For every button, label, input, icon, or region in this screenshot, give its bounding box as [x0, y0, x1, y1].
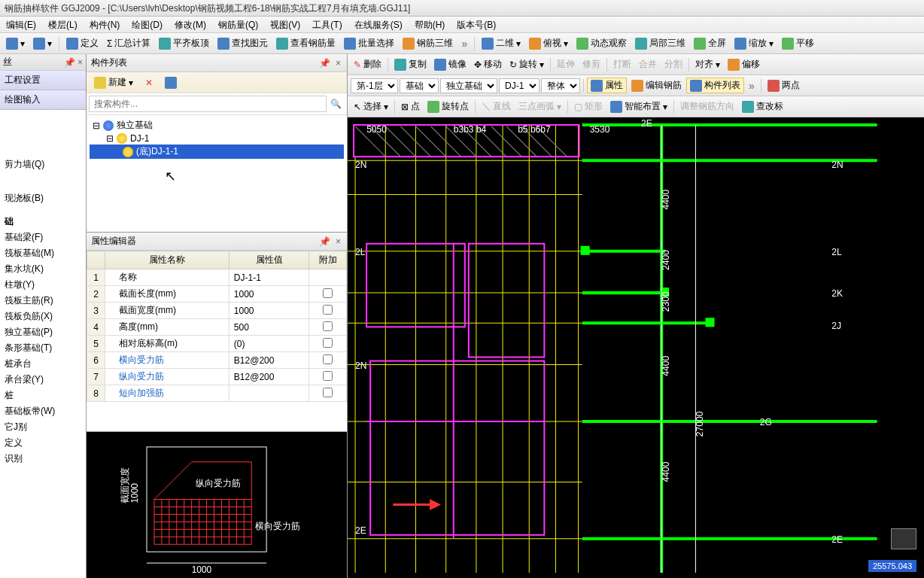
- smart-button[interactable]: 智能布置▾: [607, 99, 670, 114]
- zoom-button[interactable]: 缩放▾: [731, 35, 777, 51]
- local3d-button[interactable]: 局部三维: [632, 35, 688, 51]
- menu-floor[interactable]: 楼层(L): [42, 17, 84, 32]
- left-fbeam[interactable]: 基础梁(F): [0, 230, 86, 245]
- tree-root[interactable]: ⊟ 独立基础: [90, 118, 344, 132]
- rebar3d-button[interactable]: 钢筋三维: [400, 35, 456, 51]
- redo-button[interactable]: ▾: [30, 36, 55, 51]
- whole-select[interactable]: 整体: [541, 78, 580, 93]
- block-project[interactable]: 工程设置: [0, 71, 86, 90]
- left-indfnd[interactable]: 独立基础(P): [0, 324, 86, 340]
- rotate-button[interactable]: ↻ 旋转▾: [506, 56, 547, 72]
- line-button[interactable]: ＼ 直线: [479, 99, 514, 114]
- left-raftneg[interactable]: 筏板负筋(X): [0, 309, 86, 324]
- extend-button[interactable]: 延伸: [554, 56, 578, 72]
- view2d-button[interactable]: 二维▾: [479, 35, 524, 51]
- delete-button[interactable]: ✎删除: [351, 56, 384, 72]
- prop-row[interactable]: 5相对底标高(m)(0): [87, 336, 347, 352]
- twopt-button[interactable]: 两点: [764, 78, 803, 93]
- inst-select[interactable]: DJ-1: [499, 78, 540, 93]
- left-foundation-head[interactable]: 础: [0, 214, 86, 230]
- full-button[interactable]: 全屏: [691, 35, 729, 51]
- left-shearwall[interactable]: 剪力墙(Q): [0, 157, 86, 172]
- prop-row[interactable]: 7纵向受力筋B12@200: [87, 369, 347, 385]
- left-define[interactable]: 定义: [0, 435, 86, 451]
- search-input[interactable]: [89, 96, 327, 112]
- copy-button[interactable]: 复制: [391, 56, 430, 72]
- menu-view[interactable]: 视图(V): [264, 17, 306, 32]
- pan-button[interactable]: 平移: [779, 35, 817, 51]
- left-stripfnd[interactable]: 条形基础(T): [0, 340, 86, 356]
- define-button[interactable]: 定义: [63, 35, 102, 51]
- tree-child[interactable]: ⊟ DJ-1: [90, 132, 344, 144]
- prop-row[interactable]: 3截面宽度(mm)1000: [87, 303, 347, 319]
- select-button[interactable]: ↖ 选择▾: [351, 99, 391, 114]
- tree-leaf-selected[interactable]: (底)DJ-1-1: [90, 144, 344, 159]
- menu-help[interactable]: 帮助(H): [409, 17, 451, 32]
- menu-rebar[interactable]: 钢筋量(Q): [212, 17, 264, 32]
- offset-button[interactable]: 偏移: [725, 56, 763, 72]
- menu-modify[interactable]: 修改(M): [169, 17, 212, 32]
- prop-check[interactable]: [323, 288, 333, 298]
- menu-tool[interactable]: 工具(T): [306, 17, 348, 32]
- prop-button[interactable]: 属性: [587, 78, 627, 93]
- find-button[interactable]: 查找图元: [214, 35, 271, 51]
- arc-button[interactable]: 三点画弧▾: [515, 99, 564, 114]
- overflow-icon[interactable]: »: [458, 38, 470, 50]
- left-slab[interactable]: 现浇板(B): [0, 190, 86, 206]
- move-button[interactable]: ✥ 移动: [471, 56, 505, 72]
- minimap[interactable]: [891, 528, 916, 549]
- prop-check[interactable]: [323, 388, 333, 397]
- new-button[interactable]: 新建 ▾: [91, 75, 136, 90]
- menu-draw[interactable]: 绘图(D): [126, 17, 169, 32]
- left-capbeam[interactable]: 承台梁(Y): [0, 372, 86, 388]
- left-other1[interactable]: 它J别: [0, 419, 86, 435]
- left-pile[interactable]: 桩: [0, 388, 86, 403]
- left-raftmain[interactable]: 筏板主筋(R): [0, 293, 86, 309]
- pin-icon[interactable]: 📌 ×: [64, 57, 83, 68]
- mirror-button[interactable]: 镜像: [431, 56, 470, 72]
- prop-check[interactable]: [323, 371, 333, 381]
- search-icon[interactable]: 🔍: [327, 96, 345, 112]
- menu-online[interactable]: 在线服务(S): [348, 17, 409, 32]
- topview-button[interactable]: 俯视▾: [526, 35, 571, 51]
- adjdir-button[interactable]: 调整钢筋方向: [677, 99, 737, 114]
- rotpt-button[interactable]: 旋转点: [424, 99, 472, 114]
- prop-row[interactable]: 4高度(mm)500: [87, 319, 347, 336]
- prop-row[interactable]: 1名称DJ-1-1: [87, 269, 347, 286]
- sum-button[interactable]: Σ 汇总计算: [104, 35, 153, 51]
- left-raft[interactable]: 筏板基础(M): [0, 245, 86, 261]
- rebar-qty-button[interactable]: 查看钢筋量: [273, 35, 339, 51]
- prop-check[interactable]: [323, 338, 333, 348]
- prop-row[interactable]: 6横向受力筋B12@200: [87, 352, 347, 369]
- panel-controls[interactable]: 📌 ×: [319, 58, 342, 68]
- cad-canvas[interactable]: 5050 3530 2E b3b3 b4b5 b6b7 2N 2L 2N 2E …: [348, 117, 924, 578]
- rect-button[interactable]: ▢ 矩形: [571, 99, 606, 114]
- prop-check[interactable]: [323, 321, 333, 331]
- trim-button[interactable]: 修剪: [579, 56, 603, 72]
- menu-version[interactable]: 版本号(B): [451, 17, 502, 32]
- complist-button[interactable]: 构件列表: [686, 78, 744, 93]
- prop-row[interactable]: 2截面长度(mm)1000: [87, 286, 347, 303]
- block-draw[interactable]: 绘图输入: [0, 90, 86, 110]
- menu-edit[interactable]: 编辑(E): [0, 17, 42, 32]
- left-recognize[interactable]: 识别: [0, 451, 86, 467]
- break-button[interactable]: 打断: [610, 56, 634, 72]
- left-sump[interactable]: 集水坑(K): [0, 261, 86, 277]
- split-button[interactable]: 分割: [661, 56, 685, 72]
- point-button[interactable]: ⊠ 点: [398, 99, 423, 114]
- left-fndstrip[interactable]: 基础板带(W): [0, 403, 86, 419]
- type-select[interactable]: 独立基础: [440, 78, 497, 93]
- dyn-button[interactable]: 动态观察: [573, 35, 630, 51]
- menu-component[interactable]: 构件(N): [84, 17, 126, 32]
- undo-button[interactable]: ▾: [3, 36, 28, 51]
- floor-select[interactable]: 第-1层: [351, 78, 398, 93]
- prop-row[interactable]: 8短向加强筋: [87, 385, 347, 402]
- prop-check[interactable]: [323, 354, 333, 364]
- merge-button[interactable]: 合并: [636, 56, 660, 72]
- level-button[interactable]: 平齐板顶: [156, 35, 212, 51]
- delete-icon[interactable]: ✕: [142, 76, 156, 90]
- prop-check[interactable]: [323, 305, 333, 315]
- editrebar-button[interactable]: 编辑钢筋: [628, 78, 685, 93]
- batch-button[interactable]: 批量选择: [341, 35, 397, 51]
- left-pilecap[interactable]: 桩承台: [0, 356, 86, 372]
